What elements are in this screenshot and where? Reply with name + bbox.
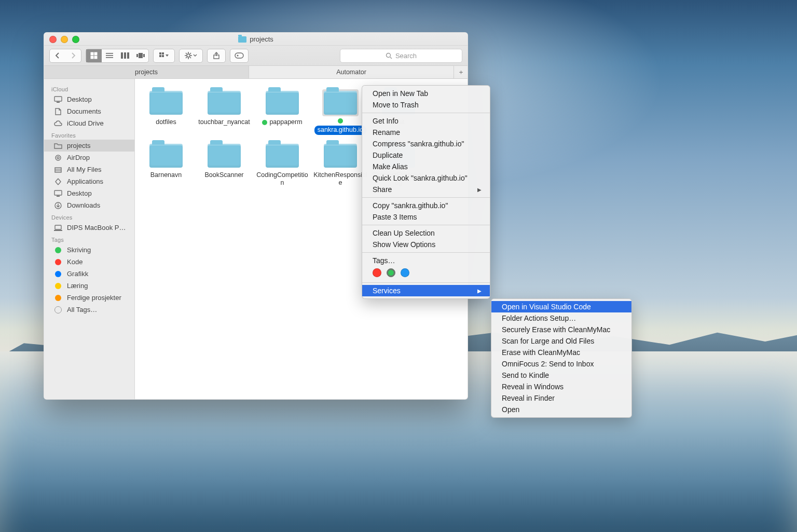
window-minimize-button[interactable] xyxy=(61,36,68,43)
menu-item-omnifocus-2-send-to-inbox[interactable]: OmniFocus 2: Send to Inbox xyxy=(491,358,631,370)
file-item[interactable]: touchbar_nyancat xyxy=(195,85,253,138)
list-icon xyxy=(106,52,113,59)
svg-rect-16 xyxy=(162,55,164,57)
menu-item-open-in-new-tab[interactable]: Open in New Tab xyxy=(362,88,490,99)
svg-rect-42 xyxy=(54,230,62,231)
menu-item-services[interactable]: Services▶ xyxy=(362,285,490,296)
back-button[interactable] xyxy=(50,49,65,62)
menu-item-copy-sankra-github-io[interactable]: Copy "sankra.github.io" xyxy=(362,200,490,211)
tab-automator[interactable]: Automator xyxy=(249,66,454,78)
menu-item-label: OmniFocus 2: Send to Inbox xyxy=(502,360,594,368)
view-columns-button[interactable] xyxy=(117,49,133,62)
menu-item-open-in-visual-studio-code[interactable]: Open in Visual Studio Code xyxy=(491,301,631,312)
search-field[interactable]: Search xyxy=(340,49,462,63)
sidebar-item-ferdige-prosjekter[interactable]: Ferdige prosjekter xyxy=(44,292,134,304)
menu-item-label: Copy "sankra.github.io" xyxy=(373,201,448,210)
share-button[interactable] xyxy=(207,49,226,63)
svg-rect-2 xyxy=(91,56,93,59)
menu-item-securely-erase-with-cleanmymac[interactable]: Securely Erase with CleanMyMac xyxy=(491,324,631,335)
sidebar-item-label: Ferdige prosjekter xyxy=(67,294,121,302)
tag-color-button[interactable] xyxy=(401,268,409,277)
menu-item-open[interactable]: Open xyxy=(491,404,631,415)
menu-item-share[interactable]: Share▶ xyxy=(362,184,490,195)
file-item[interactable]: dotfiles xyxy=(137,85,195,138)
menu-item-send-to-kindle[interactable]: Send to Kindle xyxy=(491,370,631,381)
window-zoom-button[interactable] xyxy=(72,36,79,43)
context-menu: Open in New TabMove to TrashGet InfoRena… xyxy=(362,85,490,299)
arrange-button[interactable] xyxy=(154,49,174,62)
folder-icon xyxy=(266,91,299,115)
forward-button[interactable] xyxy=(65,49,81,62)
menu-item-duplicate[interactable]: Duplicate xyxy=(362,149,490,161)
menu-item-compress-sankra-github-io[interactable]: Compress "sankra.github.io" xyxy=(362,138,490,149)
tab-label: Automator xyxy=(336,69,366,76)
file-item[interactable]: pappaperm xyxy=(253,85,311,138)
menu-item-quick-look-sankra-github-io[interactable]: Quick Look "sankra.github.io" xyxy=(362,172,490,184)
view-list-button[interactable] xyxy=(102,49,117,62)
menu-item-move-to-trash[interactable]: Move to Trash xyxy=(362,99,490,111)
sidebar-item-desktop[interactable]: Desktop xyxy=(44,93,134,105)
sidebar-item-desktop[interactable]: Desktop xyxy=(44,187,134,199)
menu-separator xyxy=(362,252,490,253)
file-label: dotfiles xyxy=(156,118,176,127)
menu-item-rename[interactable]: Rename xyxy=(362,127,490,138)
tag-color-button[interactable] xyxy=(373,268,381,277)
menu-item-get-info[interactable]: Get Info xyxy=(362,115,490,127)
menu-item-folder-actions-setup[interactable]: Folder Actions Setup… xyxy=(491,312,631,324)
menu-item-tags[interactable]: Tags… xyxy=(362,255,490,266)
tags-button[interactable] xyxy=(230,49,249,63)
sidebar-item-all-tags-[interactable]: All Tags… xyxy=(44,304,134,316)
sidebar-item-downloads[interactable]: Downloads xyxy=(44,199,134,211)
arrange-icon xyxy=(159,52,169,59)
sidebar-item-skriving[interactable]: Skriving xyxy=(44,244,134,256)
menu-item-label: Services xyxy=(373,287,401,295)
window-titlebar[interactable]: projects xyxy=(44,33,468,46)
menu-item-label: Get Info xyxy=(373,117,398,125)
file-icon-wrap xyxy=(322,142,359,169)
menu-item-paste-3-items[interactable]: Paste 3 Items xyxy=(362,211,490,223)
sidebar-item-icloud-drive[interactable]: iCloud Drive xyxy=(44,117,134,129)
sidebar-item-all-my-files[interactable]: All My Files xyxy=(44,163,134,175)
new-tab-button[interactable]: ＋ xyxy=(454,66,468,78)
file-item[interactable]: sankra.github.io xyxy=(311,85,369,138)
sidebar-item-grafikk[interactable]: Grafikk xyxy=(44,268,134,280)
menu-item-label: Open in New Tab xyxy=(373,89,428,98)
sidebar-item-label: AirDrop xyxy=(67,154,90,161)
svg-rect-7 xyxy=(121,52,123,59)
sidebar-item-l-ring[interactable]: Læring xyxy=(44,280,134,292)
menu-item-scan-for-large-and-old-files[interactable]: Scan for Large and Old Files xyxy=(491,335,631,347)
coverflow-icon xyxy=(136,52,145,59)
file-item[interactable]: Barnenavn xyxy=(137,138,195,190)
menu-item-reveal-in-windows[interactable]: Reveal in Windows xyxy=(491,381,631,392)
menu-item-label: Folder Actions Setup… xyxy=(502,314,576,322)
menu-item-make-alias[interactable]: Make Alias xyxy=(362,161,490,172)
sidebar-item-documents[interactable]: Documents xyxy=(44,105,134,117)
tab-projects[interactable]: projects xyxy=(44,66,249,78)
view-icons-button[interactable] xyxy=(86,49,102,62)
sidebar-item-projects[interactable]: projects xyxy=(44,140,134,152)
menu-item-reveal-in-finder[interactable]: Reveal in Finder xyxy=(491,392,631,404)
window-close-button[interactable] xyxy=(49,36,57,43)
menu-item-show-view-options[interactable]: Show View Options xyxy=(362,239,490,250)
file-icon-wrap xyxy=(264,142,300,169)
tag-color-button[interactable] xyxy=(387,268,395,277)
tag-dot-icon xyxy=(53,270,63,278)
menu-item-label: Send to Kindle xyxy=(502,371,549,379)
file-label: Barnenavn xyxy=(150,171,182,180)
menu-item-clean-up-selection[interactable]: Clean Up Selection xyxy=(362,227,490,239)
svg-rect-0 xyxy=(91,52,93,55)
action-button[interactable] xyxy=(179,49,203,63)
sidebar-item-airdrop[interactable]: AirDrop xyxy=(44,152,134,163)
sidebar-item-dips-macbook-p-[interactable]: DIPS MacBook P… xyxy=(44,222,134,234)
sidebar-item-kode[interactable]: Kode xyxy=(44,256,134,268)
svg-rect-35 xyxy=(55,168,61,172)
menu-item-erase-with-cleanmymac[interactable]: Erase with CleanMyMac xyxy=(491,347,631,358)
sidebar-item-label: DIPS MacBook P… xyxy=(67,224,126,231)
file-item[interactable]: BookScanner xyxy=(195,138,253,190)
svg-point-28 xyxy=(237,55,239,57)
file-item[interactable]: CodingCompetition xyxy=(253,138,311,190)
sidebar-item-label: Downloads xyxy=(67,201,100,209)
view-coverflow-button[interactable] xyxy=(133,49,148,62)
sidebar-item-applications[interactable]: Applications xyxy=(44,175,134,187)
file-item[interactable]: KitchenResponsible xyxy=(311,138,369,190)
